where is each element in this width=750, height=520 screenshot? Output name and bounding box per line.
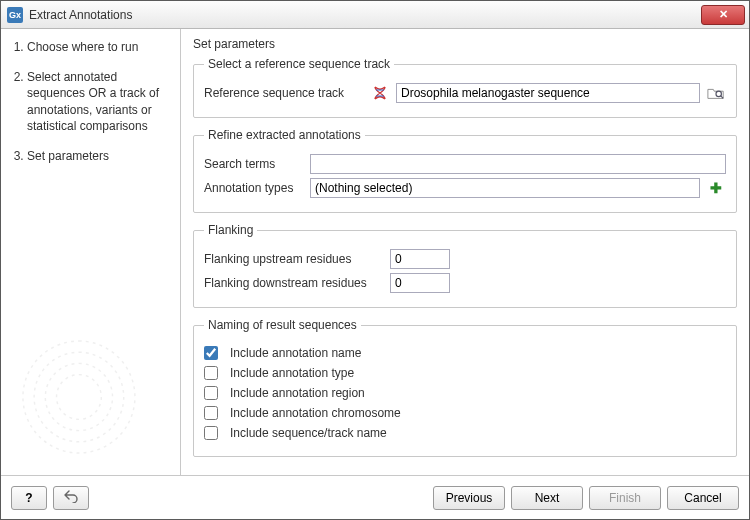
add-annotation-type-button[interactable]: ✚ xyxy=(706,178,726,198)
search-terms-row: Search terms xyxy=(204,154,726,174)
section-flanking: Flanking Flanking upstream residues Flan… xyxy=(193,223,737,308)
reference-track-label: Reference sequence track xyxy=(204,86,364,100)
section-flanking-legend: Flanking xyxy=(204,223,257,237)
section-naming: Naming of result sequences Include annot… xyxy=(193,318,737,457)
reset-button[interactable] xyxy=(53,486,89,510)
decorative-swirl xyxy=(9,327,149,467)
flanking-upstream-label: Flanking upstream residues xyxy=(204,252,384,266)
include-annotation-chromosome-label: Include annotation chromosome xyxy=(230,406,401,420)
section-reference: Select a reference sequence track Refere… xyxy=(193,57,737,118)
flanking-upstream-input[interactable] xyxy=(390,249,450,269)
include-annotation-type-checkbox[interactable] xyxy=(204,366,218,380)
help-icon: ? xyxy=(25,491,32,505)
wizard-step-2: Select annotated sequences OR a track of… xyxy=(27,69,172,134)
dna-track-icon xyxy=(370,83,390,103)
wizard-steps-list: Choose where to run Select annotated seq… xyxy=(9,39,172,178)
previous-button[interactable]: Previous xyxy=(433,486,505,510)
naming-option-row: Include annotation chromosome xyxy=(204,406,726,420)
include-annotation-chromosome-checkbox[interactable] xyxy=(204,406,218,420)
search-terms-label: Search terms xyxy=(204,157,304,171)
include-sequence-track-name-checkbox[interactable] xyxy=(204,426,218,440)
window-title: Extract Annotations xyxy=(29,8,701,22)
close-icon: ✕ xyxy=(719,8,728,21)
title-bar: Gx Extract Annotations ✕ xyxy=(1,1,749,29)
browse-track-button[interactable] xyxy=(706,83,726,103)
plus-icon: ✚ xyxy=(710,181,722,195)
dialog-footer: ? Previous Next Finish Cancel xyxy=(1,475,749,519)
flanking-downstream-input[interactable] xyxy=(390,273,450,293)
page-title: Set parameters xyxy=(193,37,737,51)
include-annotation-type-label: Include annotation type xyxy=(230,366,354,380)
dialog-body: Choose where to run Select annotated seq… xyxy=(1,29,749,475)
next-button[interactable]: Next xyxy=(511,486,583,510)
help-button[interactable]: ? xyxy=(11,486,47,510)
flanking-downstream-label: Flanking downstream residues xyxy=(204,276,384,290)
include-sequence-track-name-label: Include sequence/track name xyxy=(230,426,387,440)
naming-option-row: Include annotation region xyxy=(204,386,726,400)
reference-track-input[interactable] xyxy=(396,83,700,103)
flanking-downstream-row: Flanking downstream residues xyxy=(204,273,726,293)
annotation-types-label: Annotation types xyxy=(204,181,304,195)
section-refine-legend: Refine extracted annotations xyxy=(204,128,365,142)
finish-button: Finish xyxy=(589,486,661,510)
section-reference-legend: Select a reference sequence track xyxy=(204,57,394,71)
section-naming-legend: Naming of result sequences xyxy=(204,318,361,332)
include-annotation-name-checkbox[interactable] xyxy=(204,346,218,360)
undo-arrow-icon xyxy=(63,489,79,503)
naming-option-row: Include annotation type xyxy=(204,366,726,380)
cancel-button[interactable]: Cancel xyxy=(667,486,739,510)
wizard-step-1: Choose where to run xyxy=(27,39,172,55)
naming-option-row: Include annotation name xyxy=(204,346,726,360)
wizard-steps-sidebar: Choose where to run Select annotated seq… xyxy=(1,29,181,475)
include-annotation-name-label: Include annotation name xyxy=(230,346,361,360)
search-terms-input[interactable] xyxy=(310,154,726,174)
app-icon: Gx xyxy=(7,7,23,23)
dialog-window: Gx Extract Annotations ✕ Choose where to… xyxy=(0,0,750,520)
annotation-types-input[interactable] xyxy=(310,178,700,198)
wizard-step-3: Set parameters xyxy=(27,148,172,164)
include-annotation-region-checkbox[interactable] xyxy=(204,386,218,400)
main-panel: Set parameters Select a reference sequen… xyxy=(181,29,749,475)
section-refine: Refine extracted annotations Search term… xyxy=(193,128,737,213)
include-annotation-region-label: Include annotation region xyxy=(230,386,365,400)
close-button[interactable]: ✕ xyxy=(701,5,745,25)
reference-track-row: Reference sequence track xyxy=(204,83,726,103)
annotation-types-row: Annotation types ✚ xyxy=(204,178,726,198)
naming-option-row: Include sequence/track name xyxy=(204,426,726,440)
flanking-upstream-row: Flanking upstream residues xyxy=(204,249,726,269)
